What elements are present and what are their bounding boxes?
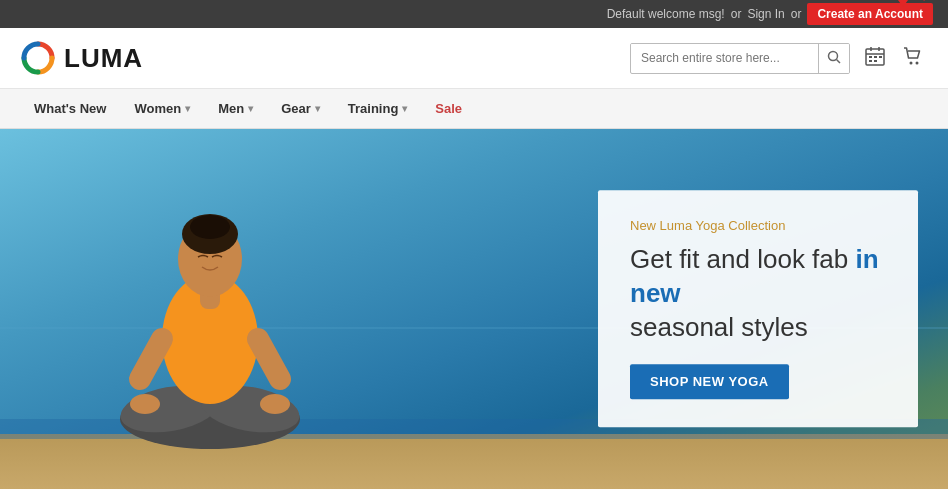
nav-item-whats-new[interactable]: What's New	[20, 89, 120, 128]
nav-item-men[interactable]: Men ▾	[204, 89, 267, 128]
svg-line-22	[140, 339, 162, 379]
welcome-message: Default welcome msg!	[607, 7, 725, 21]
nav-item-gear[interactable]: Gear ▾	[267, 89, 334, 128]
svg-line-23	[258, 339, 280, 379]
cart-button[interactable]	[898, 41, 928, 76]
chevron-down-icon: ▾	[315, 103, 320, 114]
nav-item-training[interactable]: Training ▾	[334, 89, 422, 128]
hero-subtitle: New Luma Yoga Collection	[630, 218, 886, 233]
svg-line-4	[837, 59, 841, 63]
svg-rect-10	[874, 56, 877, 58]
hero-model	[50, 139, 370, 449]
nav-item-sale[interactable]: Sale	[421, 89, 476, 128]
create-account-arrow	[883, 0, 923, 10]
hero-title-normal: Get fit and look fab	[630, 244, 848, 274]
or-text: or	[731, 7, 742, 21]
svg-marker-1	[893, 0, 913, 7]
top-bar: Default welcome msg! or Sign In or Creat…	[0, 0, 948, 28]
chevron-down-icon: ▾	[402, 103, 407, 114]
chevron-down-icon: ▾	[248, 103, 253, 114]
separator-text: or	[791, 7, 802, 21]
svg-point-20	[260, 394, 290, 414]
svg-rect-13	[874, 60, 877, 62]
svg-point-15	[916, 61, 919, 64]
search-input[interactable]	[631, 44, 818, 72]
header: LUMA	[0, 28, 948, 89]
shop-new-yoga-button[interactable]: Shop New Yoga	[630, 365, 789, 400]
calendar-icon	[864, 45, 886, 67]
svg-point-19	[130, 394, 160, 414]
hero-section: New Luma Yoga Collection Get fit and loo…	[0, 129, 948, 489]
search-bar	[630, 43, 850, 74]
svg-point-14	[910, 61, 913, 64]
search-button[interactable]	[818, 44, 849, 73]
logo[interactable]: LUMA	[20, 40, 143, 76]
header-icons	[860, 41, 928, 76]
hero-title-line2: seasonal styles	[630, 312, 808, 342]
header-right	[630, 41, 928, 76]
svg-point-3	[829, 51, 838, 60]
svg-point-27	[190, 215, 230, 239]
svg-rect-12	[869, 60, 872, 62]
logo-icon	[20, 40, 56, 76]
sign-in-link[interactable]: Sign In	[747, 7, 784, 21]
calendar-icon-button[interactable]	[860, 41, 890, 76]
hero-title: Get fit and look fab in new seasonal sty…	[630, 243, 886, 344]
hero-promo-card: New Luma Yoga Collection Get fit and loo…	[598, 190, 918, 427]
svg-rect-9	[869, 56, 872, 58]
nav-item-women[interactable]: Women ▾	[120, 89, 204, 128]
cart-icon	[902, 45, 924, 67]
svg-rect-11	[879, 56, 882, 58]
main-navigation: What's New Women ▾ Men ▾ Gear ▾ Training…	[0, 89, 948, 129]
chevron-down-icon: ▾	[185, 103, 190, 114]
logo-text: LUMA	[64, 43, 143, 74]
search-icon	[827, 50, 841, 64]
